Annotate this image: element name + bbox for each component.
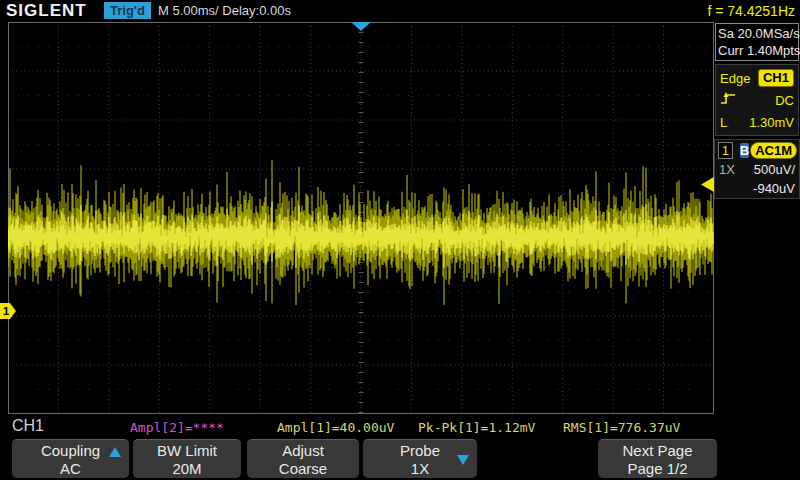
trigger-level-label: L — [720, 115, 727, 130]
timebase-readout[interactable]: M 5.00ms/ Delay:0.00s — [158, 3, 291, 18]
channel-offset: -940uV — [717, 179, 797, 198]
channel-number-badge: 1 — [718, 142, 733, 159]
bandwidth-limit-badge: B — [740, 143, 749, 158]
brand-logo: SIGLENT — [6, 1, 87, 21]
trigger-status-badge: Trig'd — [104, 2, 151, 19]
channel-coupling-badge: AC1M — [750, 142, 797, 159]
measurement-ampl1: Ampl[1]=40.00uV — [277, 420, 394, 435]
coupling-button[interactable]: Coupling AC — [12, 439, 129, 478]
channel-info-box[interactable]: 1 B AC1M 1X 500uV/ -940uV — [714, 139, 800, 199]
memory-depth: Curr 1.40Mpts — [718, 42, 796, 59]
softkey-menu-bar: Coupling AC BW Limit 20M Adjust Coarse P… — [0, 437, 800, 480]
trigger-source-badge: CH1 — [758, 69, 794, 87]
top-status-bar: SIGLENT Trig'd M 5.00ms/ Delay:0.00s f =… — [0, 0, 800, 22]
measurement-pkpk1: Pk-Pk[1]=1.12mV — [418, 420, 535, 435]
oscilloscope-screen: SIGLENT Trig'd M 5.00ms/ Delay:0.00s f =… — [0, 0, 800, 480]
trigger-frequency-readout: f = 74.4251Hz — [707, 3, 795, 19]
probe-button[interactable]: Probe 1X — [363, 439, 477, 478]
rising-edge-icon — [720, 91, 737, 109]
bw-limit-button[interactable]: BW Limit 20M — [133, 439, 241, 478]
acquisition-info-box: Sa 20.0MSa/s Curr 1.40Mpts — [715, 23, 799, 61]
trigger-info-box[interactable]: Edge CH1 DC L 1.30mV — [715, 64, 799, 136]
waveform-display[interactable] — [8, 22, 714, 414]
measurement-ampl2: Ampl[2]=**** — [130, 420, 224, 435]
sample-rate: Sa 20.0MSa/s — [718, 25, 796, 42]
probe-attenuation: 1X — [719, 160, 735, 179]
grid-and-trace — [8, 22, 714, 414]
trigger-type: Edge — [720, 71, 750, 86]
next-page-button[interactable]: Next Page Page 1/2 — [598, 439, 717, 478]
trigger-level-value: 1.30mV — [749, 115, 794, 130]
volts-per-div: 500uV/ — [754, 160, 795, 179]
trigger-coupling: DC — [775, 93, 794, 108]
active-channel-label: CH1 — [12, 417, 44, 435]
adjust-button[interactable]: Adjust Coarse — [247, 439, 359, 478]
measurement-rms1: RMS[1]=776.37uV — [563, 420, 680, 435]
